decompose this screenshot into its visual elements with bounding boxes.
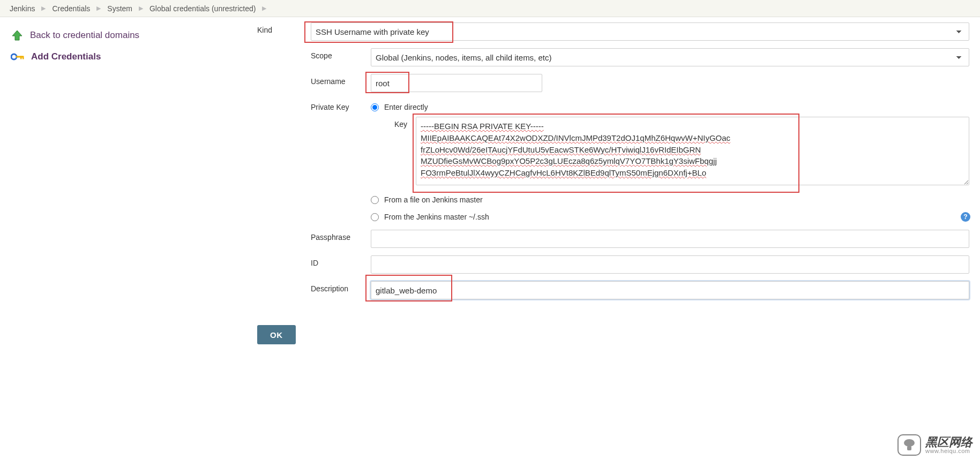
- scope-label: Scope: [311, 48, 371, 60]
- username-label: Username: [311, 74, 371, 86]
- row-scope: Scope Global (Jenkins, nodes, items, all…: [311, 48, 969, 66]
- svg-rect-2: [16, 56, 23, 58]
- passphrase-input[interactable]: [371, 230, 969, 248]
- main-form: Kind SSH Username with private key Scope…: [257, 17, 980, 344]
- row-private-key: Private Key Enter directly Key -----BEGI…: [311, 100, 969, 227]
- sidebar-add-link[interactable]: Add Credentials: [31, 51, 101, 62]
- form-actions: OK: [257, 325, 969, 344]
- chevron-right-icon: ▶: [139, 5, 143, 12]
- svg-marker-0: [12, 31, 22, 40]
- ok-button[interactable]: OK: [257, 325, 296, 344]
- kind-label: Kind: [257, 22, 311, 34]
- kind-select[interactable]: SSH Username with private key: [311, 22, 969, 41]
- passphrase-label: Passphrase: [311, 230, 371, 242]
- pk-option-from-file[interactable]: From a file on Jenkins master: [371, 192, 969, 207]
- row-passphrase: Passphrase: [311, 230, 969, 248]
- chevron-right-icon: ▶: [41, 5, 46, 12]
- sidebar-item-add-credentials[interactable]: Add Credentials: [11, 46, 257, 67]
- sidebar: Back to credential domains Add Credentia…: [0, 17, 257, 67]
- up-arrow-icon: [11, 29, 24, 42]
- breadcrumb-system[interactable]: System: [107, 4, 132, 13]
- radio-from-file[interactable]: [371, 196, 379, 204]
- row-kind: Kind SSH Username with private key: [257, 22, 969, 41]
- chevron-right-icon: ▶: [96, 5, 101, 12]
- key-icon: [11, 52, 25, 62]
- radio-enter-directly[interactable]: [371, 103, 379, 111]
- pk-option-enter-directly[interactable]: Enter directly: [371, 100, 969, 115]
- breadcrumb-jenkins[interactable]: Jenkins: [10, 4, 35, 13]
- help-icon[interactable]: ?: [961, 212, 970, 222]
- svg-rect-3: [20, 56, 22, 59]
- scope-select[interactable]: Global (Jenkins, nodes, items, all child…: [371, 48, 969, 66]
- radio-from-file-label: From a file on Jenkins master: [384, 195, 483, 204]
- breadcrumb-bar: Jenkins ▶ Credentials ▶ System ▶ Global …: [0, 0, 980, 17]
- id-label: ID: [311, 255, 371, 267]
- row-id: ID: [311, 255, 969, 274]
- description-input[interactable]: [371, 281, 969, 299]
- sidebar-item-back[interactable]: Back to credential domains: [11, 25, 257, 46]
- description-label: Description: [311, 281, 371, 293]
- id-input[interactable]: [371, 255, 969, 274]
- radio-enter-directly-label: Enter directly: [384, 103, 428, 111]
- chevron-right-icon: ▶: [262, 5, 266, 12]
- svg-point-1: [11, 54, 17, 59]
- pk-option-from-ssh[interactable]: From the Jenkins master ~/.ssh ?: [371, 209, 969, 224]
- username-input[interactable]: [371, 74, 542, 92]
- breadcrumb-credentials[interactable]: Credentials: [52, 4, 90, 13]
- row-username: Username: [311, 74, 969, 92]
- radio-from-ssh[interactable]: [371, 213, 379, 221]
- svg-rect-4: [23, 56, 24, 59]
- radio-from-ssh-label: From the Jenkins master ~/.ssh: [384, 213, 489, 221]
- key-textarea[interactable]: -----BEGIN RSA PRIVATE KEY----- MIIEpAIB…: [416, 117, 969, 185]
- breadcrumb-global[interactable]: Global credentials (unrestricted): [149, 4, 256, 13]
- sidebar-back-link[interactable]: Back to credential domains: [30, 30, 139, 41]
- key-label: Key: [394, 117, 416, 129]
- row-description: Description: [311, 281, 969, 299]
- private-key-label: Private Key: [311, 100, 371, 111]
